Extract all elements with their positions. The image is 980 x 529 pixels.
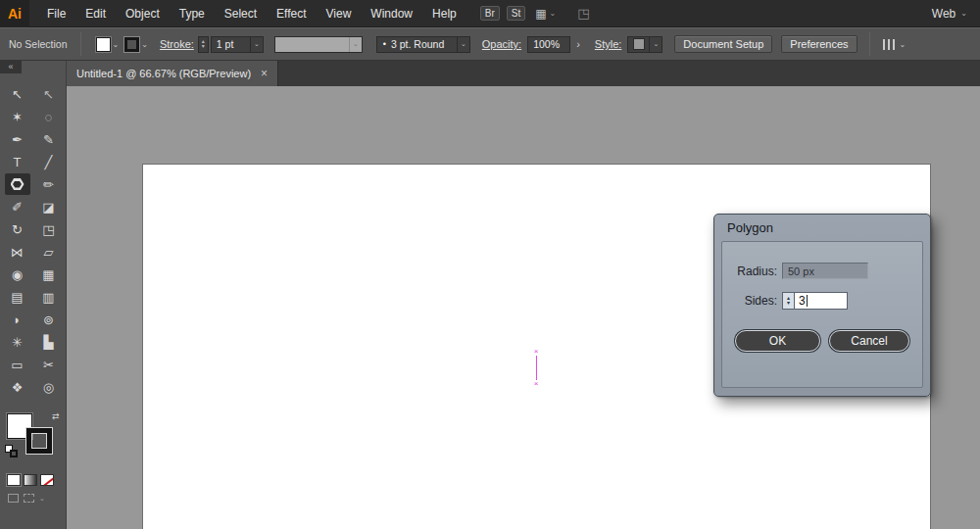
width-tool[interactable]: ⋈ bbox=[5, 241, 30, 263]
stroke-width-combo[interactable]: 1 pt ⌄ bbox=[211, 36, 264, 53]
chevron-down-icon[interactable]: ⌄ bbox=[649, 37, 662, 52]
free-transform-tool[interactable]: ▱ bbox=[36, 241, 62, 263]
swap-fill-stroke-icon[interactable]: ⇄ bbox=[52, 411, 60, 421]
spin-down-icon[interactable]: ▾ bbox=[202, 44, 205, 49]
workspace-switcher[interactable]: Web ⌄ bbox=[932, 7, 967, 21]
direct-selection-tool[interactable]: ↖ bbox=[36, 83, 62, 105]
workspace-label: Web bbox=[932, 7, 956, 21]
stroke-color-control[interactable]: ⌄ bbox=[124, 37, 148, 52]
artboard-tool[interactable]: ▭ bbox=[5, 354, 30, 375]
draw-behind-button[interactable] bbox=[24, 494, 34, 503]
slice-tool[interactable]: ✂ bbox=[36, 354, 62, 375]
quickbar-br-button[interactable]: Br bbox=[480, 6, 500, 21]
brush-combo[interactable]: • 3 pt. Round ⌄ bbox=[376, 36, 470, 53]
sides-stepper[interactable]: ▴ ▾ bbox=[782, 292, 795, 310]
toolbar-stroke-swatch[interactable] bbox=[26, 428, 52, 454]
column-graph-tool[interactable]: ▙ bbox=[36, 331, 62, 353]
arrange-documents-button[interactable]: ▦ ⌄ bbox=[535, 7, 556, 21]
chevron-down-icon: ⌄ bbox=[960, 9, 967, 18]
color-mode-row bbox=[0, 474, 66, 486]
curvature-tool[interactable]: ✎ bbox=[36, 128, 62, 150]
text-caret bbox=[807, 295, 808, 307]
tools-grid: ↖↖✶◌✒✎T╱✏✐◪↻◳⋈▱◉▦▤▥◗⊚✳▙▭✂❖◎ bbox=[0, 83, 66, 398]
blend-tool[interactable]: ⊚ bbox=[36, 309, 62, 330]
document-tab[interactable]: Untitled-1 @ 66.67% (RGB/Preview) × bbox=[67, 61, 278, 86]
cancel-button[interactable]: Cancel bbox=[829, 330, 909, 352]
spin-down-icon[interactable]: ▾ bbox=[787, 301, 790, 306]
chevron-down-icon[interactable]: ⌄ bbox=[457, 37, 469, 52]
workspace-row: « ↖↖✶◌✒✎T╱✏✐◪↻◳⋈▱◉▦▤▥◗⊚✳▙▭✂❖◎ ⇄ bbox=[0, 61, 980, 529]
sides-input[interactable]: 3 bbox=[795, 292, 848, 310]
menubar: Ai FileEditObjectTypeSelectEffectViewWin… bbox=[0, 0, 980, 27]
brush-name: 3 pt. Round bbox=[386, 38, 449, 50]
eraser-tool[interactable]: ◪ bbox=[36, 196, 62, 217]
polygon-tool[interactable] bbox=[5, 173, 30, 195]
selection-tool[interactable]: ↖ bbox=[5, 83, 30, 105]
opacity-panel-link[interactable]: Opacity: bbox=[482, 38, 521, 50]
paintbrush-tool[interactable]: ✏ bbox=[36, 173, 62, 195]
style-combo[interactable]: ⌄ bbox=[627, 36, 662, 53]
menu-select[interactable]: Select bbox=[215, 0, 267, 27]
menu-help[interactable]: Help bbox=[422, 0, 466, 27]
collapse-panel-icon[interactable]: « bbox=[0, 61, 22, 73]
path-preview: × × bbox=[529, 349, 543, 387]
draw-normal-button[interactable] bbox=[8, 494, 19, 503]
fill-color-control[interactable]: ⌄ bbox=[96, 37, 120, 52]
color-button[interactable] bbox=[7, 474, 21, 486]
document-setup-button[interactable]: Document Setup bbox=[674, 35, 772, 53]
separator bbox=[80, 32, 81, 56]
menu-items: FileEditObjectTypeSelectEffectViewWindow… bbox=[37, 0, 466, 27]
quickbar-st-button[interactable]: St bbox=[507, 6, 525, 21]
magic-wand-tool[interactable]: ✶ bbox=[5, 106, 30, 127]
fill-swatch[interactable] bbox=[96, 37, 111, 52]
menu-edit[interactable]: Edit bbox=[75, 0, 116, 27]
lasso-tool[interactable]: ◌ bbox=[36, 106, 62, 127]
stroke-swatch[interactable] bbox=[124, 37, 139, 52]
type-tool[interactable]: T bbox=[5, 151, 30, 172]
canvas[interactable]: × × Polygon Radius: 50 px Sides: bbox=[67, 86, 980, 529]
menu-type[interactable]: Type bbox=[170, 0, 215, 27]
dialog-title[interactable]: Polygon bbox=[714, 215, 930, 238]
none-button[interactable] bbox=[40, 474, 54, 486]
hand-tool[interactable]: ❖ bbox=[5, 376, 30, 398]
menu-window[interactable]: Window bbox=[361, 0, 422, 27]
opacity-combo[interactable]: 100% bbox=[527, 36, 570, 53]
stroke-panel-link[interactable]: Stroke: bbox=[160, 38, 194, 50]
tab-close-icon[interactable]: × bbox=[261, 69, 268, 78]
touch-workspace-icon[interactable]: ◳ bbox=[577, 6, 589, 21]
zoom-tool[interactable]: ◎ bbox=[36, 376, 62, 398]
shaper-tool[interactable]: ✐ bbox=[5, 196, 30, 217]
menu-view[interactable]: View bbox=[317, 0, 362, 27]
symbol-sprayer-tool[interactable]: ✳ bbox=[5, 331, 30, 353]
default-fill-stroke-icon[interactable] bbox=[5, 445, 19, 458]
line-segment-tool[interactable]: ╱ bbox=[36, 151, 62, 172]
mesh-tool[interactable]: ▤ bbox=[5, 286, 30, 308]
radius-input[interactable]: 50 px bbox=[782, 263, 868, 279]
menu-effect[interactable]: Effect bbox=[267, 0, 316, 27]
pen-tool[interactable]: ✒ bbox=[5, 128, 30, 150]
scale-tool[interactable]: ◳ bbox=[36, 218, 62, 240]
hexagon-icon bbox=[11, 178, 24, 190]
menu-file[interactable]: File bbox=[37, 0, 75, 27]
align-bars-icon bbox=[883, 39, 896, 50]
chevron-down-icon: ⌄ bbox=[141, 40, 148, 49]
path-segment bbox=[536, 356, 537, 380]
preferences-button[interactable]: Preferences bbox=[781, 35, 857, 53]
shape-builder-tool[interactable]: ◉ bbox=[5, 264, 30, 285]
panel-options-control[interactable]: ⌄ bbox=[879, 39, 906, 50]
chevron-down-icon: ⌄ bbox=[113, 40, 120, 49]
eyedropper-tool[interactable]: ◗ bbox=[5, 309, 30, 330]
stroke-width-stepper[interactable]: ▴ ▾ bbox=[198, 36, 209, 53]
menu-object[interactable]: Object bbox=[116, 0, 170, 27]
chevron-down-icon[interactable]: ⌄ bbox=[39, 495, 45, 503]
rotate-tool[interactable]: ↻ bbox=[5, 218, 30, 240]
document-tabbar: Untitled-1 @ 66.67% (RGB/Preview) × bbox=[67, 61, 980, 86]
ok-button[interactable]: OK bbox=[735, 330, 820, 352]
app-logo[interactable]: Ai bbox=[0, 0, 29, 27]
style-panel-link[interactable]: Style: bbox=[595, 38, 622, 50]
opacity-expand-arrow[interactable]: › bbox=[573, 38, 583, 50]
gradient-tool[interactable]: ▥ bbox=[36, 286, 62, 308]
chevron-down-icon[interactable]: ⌄ bbox=[250, 37, 263, 52]
perspective-grid-tool[interactable]: ▦ bbox=[36, 264, 62, 285]
gradient-button[interactable] bbox=[24, 474, 37, 486]
